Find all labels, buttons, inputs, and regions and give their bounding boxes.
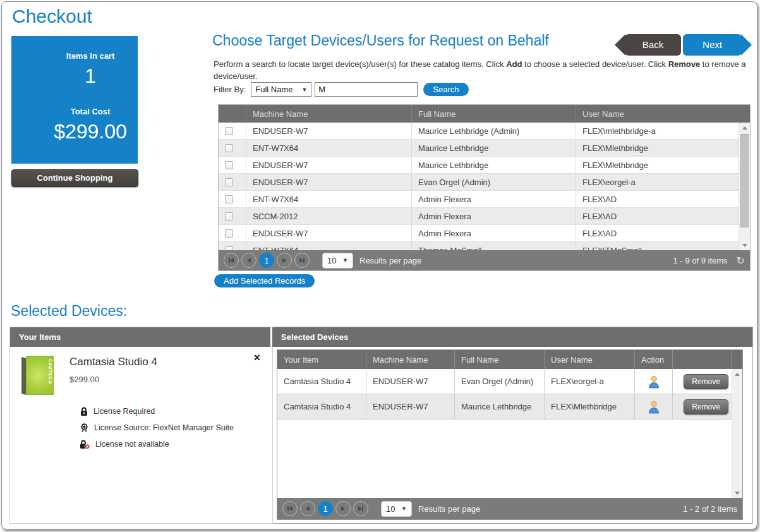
items-in-cart-label: Items in cart	[49, 51, 131, 61]
cell-machine-name: ENT-W7X64	[246, 191, 412, 207]
remove-button[interactable]: Remove	[684, 399, 728, 414]
ribbon-award-icon	[80, 423, 89, 433]
cell-machine-name: ENDUSER-W7	[366, 394, 455, 419]
selected-devices-table-body: Camtasia Studio 4 ENDUSER-W7 Evan Orgel …	[277, 369, 742, 498]
your-items-section: Your Items CAMTASIA Camtasia Studio 4 $2…	[10, 327, 272, 523]
scroll-down-icon[interactable]	[739, 240, 750, 250]
cell-full-name: Maurice Lethbridge (Admin)	[412, 123, 576, 139]
vertical-scrollbar[interactable]	[739, 123, 750, 250]
cell-user-name: FLEX\Mlethbridge	[576, 140, 740, 156]
row-checkbox[interactable]	[225, 195, 233, 203]
first-page-button[interactable]	[224, 253, 239, 268]
filter-query-input[interactable]	[315, 82, 418, 97]
selected-device-row: Camtasia Studio 4 ENDUSER-W7 Maurice Let…	[277, 394, 733, 420]
action-column-header: Action	[635, 350, 673, 369]
vertical-scrollbar[interactable]	[732, 369, 742, 498]
cell-user-name: FLEX\eorgel-a	[576, 174, 740, 190]
row-checkbox[interactable]	[225, 229, 233, 238]
lock-icon	[80, 406, 88, 416]
selected-devices-section: Selected Devices Your Item Machine Name …	[272, 327, 752, 523]
last-page-button[interactable]	[353, 501, 368, 516]
filter-field-select[interactable]: Full Name ▼	[251, 82, 311, 97]
cell-user-name: FLEX\Mlethbridge	[545, 394, 635, 419]
row-checkbox[interactable]	[225, 212, 233, 221]
license-required-label: License Required	[93, 407, 155, 416]
scroll-up-icon[interactable]	[739, 123, 750, 133]
add-selected-records-button[interactable]: Add Selected Records	[214, 274, 315, 287]
first-page-button[interactable]	[282, 501, 298, 516]
cell-machine-name: ENT-W7X64	[246, 242, 412, 250]
page-size-select[interactable]: 10 ▼	[381, 501, 412, 517]
your-items-header: Your Items	[10, 327, 270, 347]
cell-full-name: Maurice Lethbridge	[412, 140, 576, 156]
selected-devices-header: Selected Devices	[272, 327, 752, 347]
cell-user-name: FLEX\Mlethbridge	[576, 157, 740, 173]
row-checkbox[interactable]	[225, 161, 233, 169]
row-checkbox[interactable]	[225, 127, 233, 135]
user-name-column-header: User Name	[545, 350, 635, 369]
back-button[interactable]: Back	[625, 34, 681, 56]
cell-machine-name: ENDUSER-W7	[246, 123, 412, 139]
scrollbar-thumb[interactable]	[740, 134, 749, 227]
search-button[interactable]: Search	[423, 83, 468, 96]
next-page-button[interactable]	[335, 501, 351, 516]
search-table-body: ENDUSER-W7 Maurice Lethbridge (Admin) FL…	[219, 123, 750, 250]
full-name-column-header: Full Name	[455, 350, 545, 369]
scrollbar-column-header	[732, 350, 742, 369]
chevron-down-icon: ▼	[342, 257, 348, 263]
remove-column-header	[673, 350, 732, 369]
wizard-heading: Choose Target Devices/Users for Request …	[212, 32, 549, 49]
cell-full-name: Admin Flexera	[412, 208, 576, 224]
close-icon[interactable]: ×	[253, 352, 260, 363]
user-person-icon	[648, 375, 660, 389]
prev-page-button[interactable]	[300, 501, 315, 516]
refresh-icon[interactable]: ↻	[737, 255, 745, 267]
cell-machine-name: ENDUSER-W7	[366, 369, 455, 394]
row-checkbox[interactable]	[225, 178, 233, 186]
table-row: ENT-W7X64 Admin Flexera FLEX\AD	[219, 191, 740, 208]
selected-device-row: Camtasia Studio 4 ENDUSER-W7 Evan Orgel …	[277, 369, 733, 394]
cell-full-name: Admin Flexera	[412, 191, 576, 207]
chevron-down-icon: ▼	[401, 505, 407, 512]
cell-your-item: Camtasia Studio 4	[277, 394, 366, 419]
chevron-down-icon: ▼	[301, 87, 307, 93]
cell-full-name: Evan Orgel (Admin)	[412, 174, 576, 190]
remove-button[interactable]: Remove	[684, 374, 728, 389]
license-required-line: License Required	[80, 406, 270, 416]
table-row: ENT-W7X64 Maurice Lethbridge FLEX\Mlethb…	[219, 140, 740, 157]
row-checkbox[interactable]	[225, 144, 233, 152]
checkout-page: Checkout Items in cart 1 Total Cost $299…	[1, 1, 757, 529]
scroll-up-icon[interactable]	[732, 369, 742, 379]
cell-user-name: FLEX\AD	[576, 191, 740, 207]
current-page-button[interactable]: 1	[318, 501, 333, 516]
row-checkbox[interactable]	[225, 246, 233, 251]
last-page-button[interactable]	[294, 253, 310, 268]
instructions-bold-remove: Remove	[668, 59, 701, 69]
selected-devices-table: Your Item Machine Name Full Name User Na…	[277, 349, 743, 520]
scroll-down-icon[interactable]	[732, 488, 742, 498]
continue-shopping-button[interactable]: Continue Shopping	[11, 169, 138, 187]
cell-user-name: FLEX\TMcSmall	[576, 242, 740, 250]
your-item-column-header: Your Item	[277, 350, 366, 369]
next-button[interactable]: Next	[683, 34, 742, 56]
product-box-image: CAMTASIA	[21, 356, 54, 396]
instructions-part1: Perform a search to locate target device…	[214, 59, 506, 69]
license-not-available-line: License not available	[80, 439, 270, 449]
cell-user-name: FLEX\eorgel-a	[545, 369, 635, 394]
next-page-button[interactable]	[277, 253, 292, 268]
machine-name-column-header: Machine Name	[246, 105, 412, 123]
current-page-button[interactable]: 1	[259, 253, 274, 268]
items-in-cart-count: 1	[49, 64, 131, 88]
user-person-icon	[648, 400, 660, 414]
prev-page-button[interactable]	[241, 253, 256, 268]
cart-item-card: CAMTASIA Camtasia Studio 4 $299.00 ×	[10, 347, 270, 396]
cell-full-name: Admin Flexera	[412, 225, 576, 241]
selected-devices-heading: Selected Devices:	[11, 303, 127, 320]
table-row-clipped: ENT-W7X64 Thomas McSmall FLEX\TMcSmall	[219, 242, 740, 250]
page-size-value: 10	[386, 504, 395, 514]
machine-name-column-header: Machine Name	[366, 350, 455, 369]
filter-by-label: Filter By:	[214, 85, 246, 94]
page-size-select[interactable]: 10 ▼	[322, 253, 353, 269]
results-per-page-label: Results per page	[359, 256, 421, 265]
license-source-label: License Source: FlexNet Manager Suite	[94, 423, 234, 432]
